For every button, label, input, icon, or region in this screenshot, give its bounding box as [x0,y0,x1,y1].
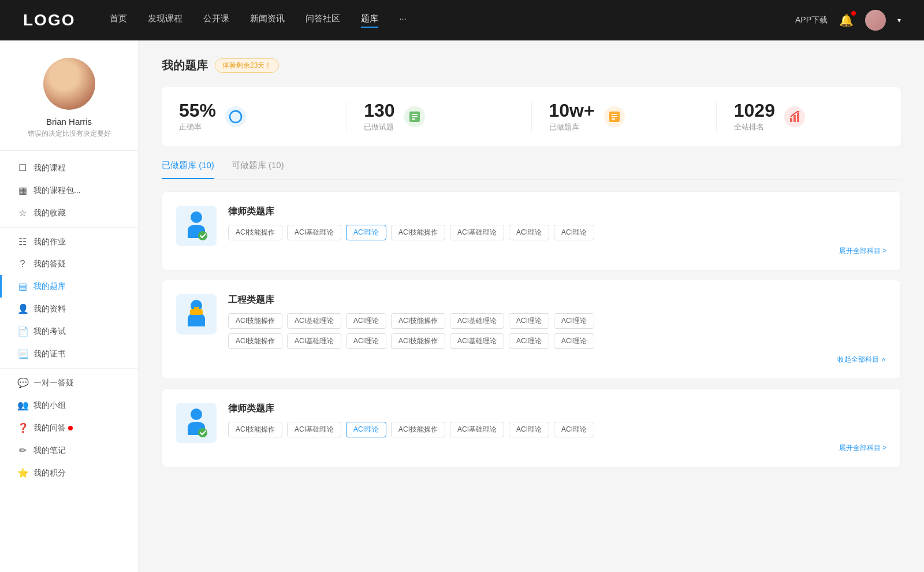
tag-item[interactable]: ACI技能操作 [391,422,445,437]
tag-item[interactable]: ACI技能操作 [391,333,445,349]
sidebar-item-label: 我的作业 [33,237,66,247]
page-title: 我的题库 [162,58,208,73]
nav-question-bank[interactable]: 题库 [361,13,378,28]
tag-item[interactable]: ACI理论 [554,422,594,437]
tag-item[interactable]: ACI理论 [346,333,386,349]
bank-engineer-icon [176,294,217,335]
sidebar-item-profile[interactable]: 👤 我的资料 [0,298,138,320]
sidebar-item-favorites[interactable]: ☆ 我的收藏 [0,202,138,224]
bank-lawyer-2-expand[interactable]: 展开全部科目 > [228,443,886,453]
svg-point-13 [191,211,202,223]
tag-item[interactable]: ACI理论 [554,333,594,349]
bank-lawyer-2-title: 律师类题库 [228,403,886,415]
tag-item[interactable]: ACI技能操作 [228,225,282,240]
tab-available[interactable]: 可做题库 (10) [232,160,284,179]
sidebar-item-label: 我的笔记 [33,445,66,456]
tag-item[interactable]: ACI技能操作 [228,422,282,437]
nav-more[interactable]: ··· [399,13,407,28]
stat-questions-value: 130 [364,101,394,120]
tag-item-active[interactable]: ACI理论 [346,422,386,437]
bank-lawyer-1-tags: ACI技能操作 ACI基础理论 ACI理论 ACI技能操作 ACI基础理论 AC… [228,225,886,240]
stat-questions-icon [404,106,425,127]
bank-card-inner-2: 工程类题库 ACI技能操作 ACI基础理论 ACI理论 ACI技能操作 ACI基… [176,294,886,365]
bank-lawyer-1-expand[interactable]: 展开全部科目 > [228,246,886,256]
tag-item[interactable]: ACI理论 [554,225,594,240]
stat-questions: 130 已做试题 [346,101,531,132]
sidebar-item-course-package[interactable]: ▦ 我的课程包... [0,179,138,202]
tag-item[interactable]: ACI技能操作 [228,333,282,349]
tag-item[interactable]: ACI技能操作 [228,313,282,329]
avatar-dropdown-arrow[interactable]: ▾ [897,16,901,24]
tag-item[interactable]: ACI基础理论 [287,225,341,240]
nav-discover[interactable]: 发现课程 [148,13,182,28]
header: LOGO 首页 发现课程 公开课 新闻资讯 问答社区 题库 ··· APP下载 … [0,0,924,40]
svg-rect-17 [194,307,199,310]
points-icon: ⭐ [17,467,28,478]
sidebar-item-exam[interactable]: 📄 我的考试 [0,320,138,343]
tag-item-active[interactable]: ACI理论 [346,225,386,240]
group-icon: 👥 [17,400,28,411]
sidebar-item-label: 我的问答 [33,423,66,433]
sidebar-item-points[interactable]: ⭐ 我的积分 [0,462,138,484]
layout: Brian Harris 错误的决定比没有决定要好 ☐ 我的课程 ▦ 我的课程包… [0,40,924,572]
bank-engineer-collapse[interactable]: 收起全部科目 ∧ [228,355,886,365]
sidebar-item-certificate[interactable]: 📃 我的证书 [0,343,138,365]
bank-card-lawyer-2: 律师类题库 ACI技能操作 ACI基础理论 ACI理论 ACI技能操作 ACI基… [162,388,901,467]
tag-item[interactable]: ACI基础理论 [287,313,341,329]
tag-item[interactable]: ACI理论 [509,313,549,329]
question-badge [68,426,73,430]
stat-banks-icon [604,106,625,127]
tag-item[interactable]: ACI理论 [509,422,549,437]
nav-news[interactable]: 新闻资讯 [250,13,285,28]
sidebar-item-my-qa[interactable]: ? 我的答疑 [0,253,138,275]
tag-item[interactable]: ACI理论 [509,333,549,349]
bank-engineer-title: 工程类题库 [228,294,886,306]
sidebar-item-label: 一对一答疑 [33,378,74,388]
sidebar-item-one-on-one[interactable]: 💬 一对一答疑 [0,372,138,394]
nav-home[interactable]: 首页 [110,13,127,28]
bank-lawyer-2-icon [176,403,217,443]
sidebar-item-label: 我的小组 [33,400,66,411]
tag-item[interactable]: ACI基础理论 [450,313,504,329]
bank-engineer-content: 工程类题库 ACI技能操作 ACI基础理论 ACI理论 ACI技能操作 ACI基… [228,294,886,365]
sidebar-item-my-question[interactable]: ❓ 我的问答 [0,417,138,439]
course-package-icon: ▦ [17,185,28,196]
sidebar-item-my-group[interactable]: 👥 我的小组 [0,394,138,417]
page-header: 我的题库 体验剩余23天！ [162,58,901,73]
sidebar-divider-1 [0,227,138,228]
svg-rect-10 [793,115,796,122]
stat-banks-value: 10w+ [549,101,595,120]
bank-card-engineer: 工程类题库 ACI技能操作 ACI基础理论 ACI理论 ACI技能操作 ACI基… [162,280,901,379]
tag-item[interactable]: ACI基础理论 [450,333,504,349]
tag-item[interactable]: ACI基础理论 [287,422,341,437]
stat-banks-text: 10w+ 已做题库 [549,101,595,132]
nav-qa[interactable]: 问答社区 [305,13,340,28]
notification-bell[interactable]: 🔔 [839,13,854,27]
avatar-image [865,10,886,31]
tag-item[interactable]: ACI技能操作 [391,313,445,329]
tag-item[interactable]: ACI理论 [509,225,549,240]
app-download-btn[interactable]: APP下载 [795,15,828,25]
stat-ranking-icon [784,106,805,127]
sidebar-item-notes[interactable]: ✏ 我的笔记 [0,439,138,462]
tag-item[interactable]: ACI基础理论 [450,422,504,437]
tag-item[interactable]: ACI理论 [346,313,386,329]
stat-questions-text: 130 已做试题 [364,101,394,132]
sidebar-item-question-bank[interactable]: ▤ 我的题库 [0,275,138,298]
bank-engineer-tags-row2: ACI技能操作 ACI基础理论 ACI理论 ACI技能操作 ACI基础理论 AC… [228,333,886,349]
stat-ranking-label: 全站排名 [734,122,775,132]
sidebar-item-homework[interactable]: ☷ 我的作业 [0,231,138,253]
notes-icon: ✏ [17,445,28,456]
tab-done[interactable]: 已做题库 (10) [162,160,214,179]
stat-ranking: 1029 全站排名 [717,101,901,132]
sidebar-item-my-course[interactable]: ☐ 我的课程 [0,157,138,179]
tag-item[interactable]: ACI基础理论 [450,225,504,240]
avatar[interactable] [865,10,886,31]
tag-item[interactable]: ACI理论 [554,313,594,329]
nav-open-course[interactable]: 公开课 [203,13,229,28]
stat-banks-label: 已做题库 [549,122,595,132]
tag-item[interactable]: ACI基础理论 [287,333,341,349]
sidebar-item-label: 我的课程包... [33,185,81,196]
tag-item[interactable]: ACI技能操作 [391,225,445,240]
bank-card-lawyer-1: 律师类题库 ACI技能操作 ACI基础理论 ACI理论 ACI技能操作 ACI基… [162,191,901,270]
